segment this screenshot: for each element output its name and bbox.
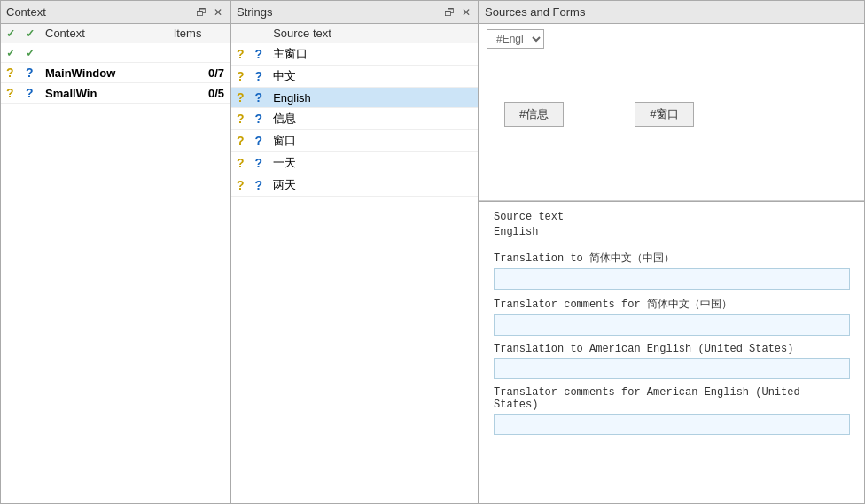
question-icon-yellow: ? bbox=[237, 134, 245, 148]
question-icon-blue: ? bbox=[255, 178, 263, 192]
string-text: English bbox=[268, 88, 478, 108]
check-icon: ✓ bbox=[6, 47, 15, 59]
table-row[interactable]: ? ? 信息 bbox=[231, 108, 478, 130]
strings-panel-title: Strings bbox=[237, 5, 272, 19]
table-row[interactable]: ? ? MainWindow 0/7 bbox=[1, 63, 230, 83]
question-icon-blue: ? bbox=[255, 156, 263, 170]
question-icon-yellow: ? bbox=[6, 86, 14, 100]
question-icon-yellow: ? bbox=[237, 156, 245, 170]
table-row[interactable]: ? ? 窗口 bbox=[231, 130, 478, 152]
context-col-items: Items bbox=[168, 24, 230, 43]
sources-top-row: #Engl bbox=[487, 29, 857, 49]
comments-section-2: Translator comments for American English… bbox=[494, 386, 850, 435]
string-text: 两天 bbox=[268, 174, 478, 197]
string-text: 窗口 bbox=[268, 130, 478, 152]
context-name: MainWindow bbox=[40, 63, 168, 83]
context-items: 0/5 bbox=[168, 83, 230, 104]
table-row[interactable]: ? ? 主窗口 bbox=[231, 43, 478, 66]
question-icon-blue: ? bbox=[255, 112, 263, 126]
strings-col-icon2 bbox=[250, 24, 269, 43]
question-icon-yellow: ? bbox=[237, 69, 245, 83]
comments-section-1: Translator comments for 简体中文（中国） bbox=[494, 297, 850, 336]
comments-input-2[interactable] bbox=[494, 414, 850, 435]
check-icon-col2: ✓ bbox=[26, 27, 35, 40]
context-panel-controls: 🗗 ✕ bbox=[194, 7, 224, 18]
strings-close-button[interactable]: ✕ bbox=[460, 7, 472, 18]
source-text-label: Source text bbox=[494, 211, 850, 223]
context-panel-header: Context 🗗 ✕ bbox=[1, 1, 230, 24]
strings-panel-header: Strings 🗗 ✕ bbox=[231, 1, 478, 24]
check-icon: ✓ bbox=[26, 47, 35, 59]
table-row[interactable]: ? ? 两天 bbox=[231, 174, 478, 197]
question-icon-yellow: ? bbox=[237, 178, 245, 192]
source-button-1[interactable]: #信息 bbox=[504, 102, 564, 127]
table-row[interactable]: ? ? 中文 bbox=[231, 66, 478, 88]
sources-buttons-row: #信息 #窗口 bbox=[487, 49, 857, 127]
context-panel: Context 🗗 ✕ ✓ ✓ Context Item bbox=[0, 0, 230, 504]
comments-input-1[interactable] bbox=[494, 314, 850, 336]
translation-section-2: Translation to American English (United … bbox=[494, 343, 850, 379]
table-row[interactable]: ✓ ✓ bbox=[1, 43, 230, 63]
check-icon-col1: ✓ bbox=[6, 27, 15, 40]
source-text-section: Source text English bbox=[494, 211, 850, 244]
source-text-value: English bbox=[494, 226, 850, 238]
context-name: SmallWin bbox=[40, 83, 168, 104]
translation-section-1: Translation to 简体中文（中国） bbox=[494, 251, 850, 290]
question-icon-yellow: ? bbox=[237, 90, 245, 105]
comments-label-1: Translator comments for 简体中文（中国） bbox=[494, 297, 850, 312]
translation-input-1[interactable] bbox=[494, 268, 850, 290]
context-col-context: Context bbox=[40, 24, 168, 43]
translation-input-2[interactable] bbox=[494, 358, 850, 379]
translation-label-1: Translation to 简体中文（中国） bbox=[494, 251, 850, 266]
question-icon-blue: ? bbox=[26, 86, 34, 100]
question-icon-blue: ? bbox=[255, 47, 263, 61]
question-icon-blue: ? bbox=[255, 90, 263, 105]
source-button-2[interactable]: #窗口 bbox=[635, 102, 694, 127]
question-icon-blue: ? bbox=[255, 134, 263, 148]
table-row[interactable]: ? ? SmallWin 0/5 bbox=[1, 83, 230, 104]
table-row[interactable]: ? ? 一天 bbox=[231, 152, 478, 174]
language-dropdown[interactable]: #Engl bbox=[487, 29, 544, 49]
sources-panel: Sources and Forms #Engl #信息 #窗口 Source t… bbox=[479, 0, 865, 504]
strings-restore-button[interactable]: 🗗 bbox=[442, 7, 456, 18]
context-panel-title: Context bbox=[6, 5, 46, 19]
context-col-icon2: ✓ bbox=[20, 24, 40, 43]
translation-label-2: Translation to American English (United … bbox=[494, 343, 850, 355]
question-icon-yellow: ? bbox=[237, 112, 245, 126]
string-text: 主窗口 bbox=[268, 43, 478, 66]
question-icon-blue: ? bbox=[26, 66, 34, 80]
question-icon-yellow: ? bbox=[237, 47, 245, 61]
strings-table: Source text ? ? 主窗口 ? ? 中文 ? bbox=[231, 24, 478, 197]
sources-panel-title: Sources and Forms bbox=[485, 5, 585, 19]
context-items: 0/7 bbox=[168, 63, 230, 83]
string-text: 信息 bbox=[268, 108, 478, 130]
context-close-button[interactable]: ✕ bbox=[212, 7, 224, 18]
string-text: 一天 bbox=[268, 152, 478, 174]
strings-col-source: Source text bbox=[268, 24, 478, 43]
question-icon-blue: ? bbox=[255, 69, 263, 83]
strings-col-icon1 bbox=[231, 24, 250, 43]
context-table: ✓ ✓ Context Items ✓ ✓ bbox=[1, 24, 230, 104]
translation-area: Source text English Translation to 简体中文（… bbox=[479, 201, 864, 451]
comments-label-2: Translator comments for American English… bbox=[494, 386, 850, 411]
strings-panel-controls: 🗗 ✕ bbox=[442, 7, 472, 18]
table-row[interactable]: ? ? English bbox=[231, 88, 478, 108]
sources-panel-header: Sources and Forms bbox=[479, 1, 864, 24]
question-icon-yellow: ? bbox=[6, 66, 14, 80]
strings-panel: Strings 🗗 ✕ Source text ? ? bbox=[230, 0, 479, 504]
context-col-icon1: ✓ bbox=[1, 24, 20, 43]
string-text: 中文 bbox=[268, 66, 478, 88]
context-restore-button[interactable]: 🗗 bbox=[194, 7, 208, 18]
